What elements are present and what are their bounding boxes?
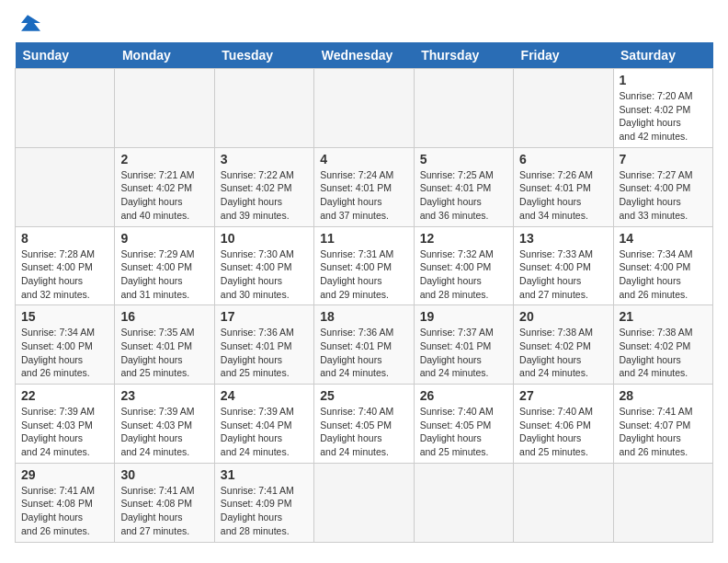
- calendar-week-row: 1Sunrise: 7:20 AMSunset: 4:02 PMDaylight…: [16, 69, 713, 148]
- calendar-cell: 20Sunrise: 7:38 AMSunset: 4:02 PMDayligh…: [514, 305, 613, 385]
- calendar-cell: 7Sunrise: 7:27 AMSunset: 4:00 PMDaylight…: [613, 147, 712, 226]
- calendar-cell: 1Sunrise: 7:20 AMSunset: 4:02 PMDaylight…: [613, 69, 712, 148]
- calendar-cell: 26Sunrise: 7:40 AMSunset: 4:05 PMDayligh…: [414, 385, 513, 464]
- calendar-cell-empty: [115, 69, 214, 148]
- day-info: Sunrise: 7:28 AMSunset: 4:00 PMDaylight …: [21, 247, 108, 302]
- day-info: Sunrise: 7:27 AMSunset: 4:00 PMDaylight …: [620, 168, 707, 223]
- day-number: 27: [519, 388, 607, 403]
- day-number: 19: [420, 309, 507, 324]
- day-info: Sunrise: 7:40 AMSunset: 4:05 PMDaylight …: [320, 405, 407, 459]
- calendar-week-row: 22Sunrise: 7:39 AMSunset: 4:03 PMDayligh…: [16, 385, 713, 464]
- day-number: 16: [120, 309, 208, 324]
- day-number: 18: [320, 309, 407, 324]
- logo: [15, 15, 44, 31]
- day-number: 7: [620, 152, 707, 167]
- day-info: Sunrise: 7:41 AMSunset: 4:08 PMDaylight …: [21, 484, 108, 538]
- day-info: Sunrise: 7:36 AMSunset: 4:01 PMDaylight …: [221, 326, 308, 380]
- day-info: Sunrise: 7:30 AMSunset: 4:00 PMDaylight …: [221, 247, 308, 302]
- calendar-cell: 21Sunrise: 7:38 AMSunset: 4:02 PMDayligh…: [613, 305, 712, 385]
- day-info: Sunrise: 7:40 AMSunset: 4:05 PMDaylight …: [420, 405, 507, 459]
- day-number: 20: [519, 309, 607, 324]
- calendar-cell: 9Sunrise: 7:29 AMSunset: 4:00 PMDaylight…: [115, 226, 214, 305]
- day-info: Sunrise: 7:32 AMSunset: 4:00 PMDaylight …: [420, 247, 507, 302]
- day-info: Sunrise: 7:34 AMSunset: 4:00 PMDaylight …: [620, 247, 707, 302]
- calendar-cell: 11Sunrise: 7:31 AMSunset: 4:00 PMDayligh…: [314, 226, 414, 305]
- day-info: Sunrise: 7:35 AMSunset: 4:01 PMDaylight …: [120, 326, 208, 380]
- day-info: Sunrise: 7:41 AMSunset: 4:07 PMDaylight …: [620, 405, 707, 459]
- calendar-cell: 18Sunrise: 7:36 AMSunset: 4:01 PMDayligh…: [314, 305, 414, 385]
- day-number: 29: [21, 467, 108, 482]
- day-info: Sunrise: 7:37 AMSunset: 4:01 PMDaylight …: [420, 326, 507, 380]
- calendar-cell: 31Sunrise: 7:41 AMSunset: 4:09 PMDayligh…: [214, 463, 313, 542]
- calendar-week-row: 15Sunrise: 7:34 AMSunset: 4:00 PMDayligh…: [16, 305, 713, 385]
- day-number: 15: [21, 309, 108, 324]
- day-number: 8: [21, 231, 108, 246]
- weekday-header-cell: Wednesday: [314, 42, 414, 69]
- calendar-week-row: 8Sunrise: 7:28 AMSunset: 4:00 PMDaylight…: [16, 226, 713, 305]
- day-info: Sunrise: 7:38 AMSunset: 4:02 PMDaylight …: [519, 326, 607, 380]
- calendar-cell-empty: [214, 69, 313, 148]
- day-number: 23: [120, 388, 208, 403]
- day-number: 17: [221, 309, 308, 324]
- calendar-cell: 30Sunrise: 7:41 AMSunset: 4:08 PMDayligh…: [115, 463, 214, 542]
- calendar-cell: 17Sunrise: 7:36 AMSunset: 4:01 PMDayligh…: [214, 305, 313, 385]
- calendar-cell: [314, 463, 414, 542]
- calendar-body: 1Sunrise: 7:20 AMSunset: 4:02 PMDaylight…: [16, 69, 713, 543]
- day-number: 28: [620, 388, 707, 403]
- day-number: 9: [120, 231, 208, 246]
- calendar-cell: 23Sunrise: 7:39 AMSunset: 4:03 PMDayligh…: [115, 385, 214, 464]
- day-info: Sunrise: 7:40 AMSunset: 4:06 PMDaylight …: [519, 405, 607, 459]
- calendar-table: SundayMondayTuesdayWednesdayThursdayFrid…: [15, 42, 713, 543]
- calendar-week-row: 2Sunrise: 7:21 AMSunset: 4:02 PMDaylight…: [16, 147, 713, 226]
- day-number: 4: [320, 152, 407, 167]
- weekday-header-cell: Tuesday: [214, 42, 313, 69]
- day-number: 11: [320, 231, 407, 246]
- header: [15, 15, 713, 31]
- day-info: Sunrise: 7:41 AMSunset: 4:09 PMDaylight …: [221, 484, 308, 538]
- calendar-cell: 13Sunrise: 7:33 AMSunset: 4:00 PMDayligh…: [514, 226, 613, 305]
- calendar-cell: 29Sunrise: 7:41 AMSunset: 4:08 PMDayligh…: [16, 463, 115, 542]
- weekday-header-cell: Sunday: [16, 42, 115, 69]
- calendar-cell: 16Sunrise: 7:35 AMSunset: 4:01 PMDayligh…: [115, 305, 214, 385]
- day-number: 31: [221, 467, 308, 482]
- day-info: Sunrise: 7:39 AMSunset: 4:04 PMDaylight …: [221, 405, 308, 459]
- day-number: 1: [620, 73, 707, 87]
- day-number: 24: [221, 388, 308, 403]
- day-number: 6: [519, 152, 607, 167]
- day-number: 14: [620, 231, 707, 246]
- calendar-cell: 6Sunrise: 7:26 AMSunset: 4:01 PMDaylight…: [514, 147, 613, 226]
- day-number: 3: [221, 152, 308, 167]
- calendar-cell: 12Sunrise: 7:32 AMSunset: 4:00 PMDayligh…: [414, 226, 513, 305]
- day-number: 22: [21, 388, 108, 403]
- day-number: 30: [120, 467, 208, 482]
- calendar-cell: 25Sunrise: 7:40 AMSunset: 4:05 PMDayligh…: [314, 385, 414, 464]
- day-info: Sunrise: 7:21 AMSunset: 4:02 PMDaylight …: [120, 168, 208, 223]
- calendar-cell-empty: [16, 147, 115, 226]
- calendar-cell: 3Sunrise: 7:22 AMSunset: 4:02 PMDaylight…: [214, 147, 313, 226]
- calendar-cell-empty: [314, 69, 414, 148]
- calendar-week-row: 29Sunrise: 7:41 AMSunset: 4:08 PMDayligh…: [16, 463, 713, 542]
- day-number: 13: [519, 231, 607, 246]
- weekday-header-cell: Friday: [514, 42, 613, 69]
- calendar-cell: 24Sunrise: 7:39 AMSunset: 4:04 PMDayligh…: [214, 385, 313, 464]
- day-number: 21: [620, 309, 707, 324]
- day-info: Sunrise: 7:39 AMSunset: 4:03 PMDaylight …: [120, 405, 208, 459]
- day-info: Sunrise: 7:25 AMSunset: 4:01 PMDaylight …: [420, 168, 507, 223]
- calendar-cell-empty: [514, 69, 613, 148]
- weekday-header-cell: Saturday: [613, 42, 712, 69]
- calendar-cell: 28Sunrise: 7:41 AMSunset: 4:07 PMDayligh…: [613, 385, 712, 464]
- day-info: Sunrise: 7:31 AMSunset: 4:00 PMDaylight …: [320, 247, 407, 302]
- day-info: Sunrise: 7:34 AMSunset: 4:00 PMDaylight …: [21, 326, 108, 380]
- calendar-cell: 22Sunrise: 7:39 AMSunset: 4:03 PMDayligh…: [16, 385, 115, 464]
- weekday-header-row: SundayMondayTuesdayWednesdayThursdayFrid…: [16, 42, 713, 69]
- calendar-cell: 15Sunrise: 7:34 AMSunset: 4:00 PMDayligh…: [16, 305, 115, 385]
- weekday-header-cell: Monday: [115, 42, 214, 69]
- calendar-cell: 5Sunrise: 7:25 AMSunset: 4:01 PMDaylight…: [414, 147, 513, 226]
- calendar-cell: [514, 463, 613, 542]
- day-number: 25: [320, 388, 407, 403]
- day-info: Sunrise: 7:20 AMSunset: 4:02 PMDaylight …: [620, 89, 707, 144]
- day-number: 12: [420, 231, 507, 246]
- day-info: Sunrise: 7:39 AMSunset: 4:03 PMDaylight …: [21, 405, 108, 459]
- day-info: Sunrise: 7:33 AMSunset: 4:00 PMDaylight …: [519, 247, 607, 302]
- day-info: Sunrise: 7:38 AMSunset: 4:02 PMDaylight …: [620, 326, 707, 380]
